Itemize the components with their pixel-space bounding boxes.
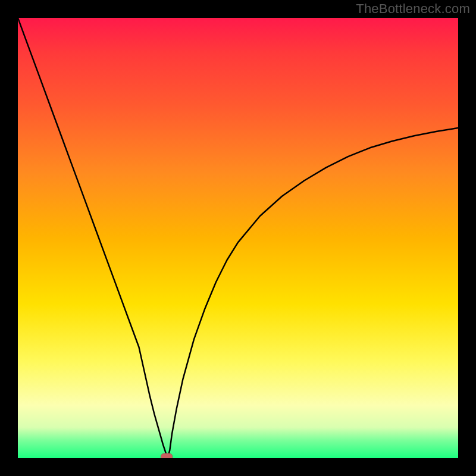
watermark-text: TheBottleneck.com <box>356 1 470 17</box>
plot-area <box>18 18 458 458</box>
chart-svg <box>18 18 458 458</box>
chart-frame: TheBottleneck.com <box>0 0 476 476</box>
bottleneck-curve <box>18 18 458 458</box>
optimum-marker <box>161 453 173 458</box>
